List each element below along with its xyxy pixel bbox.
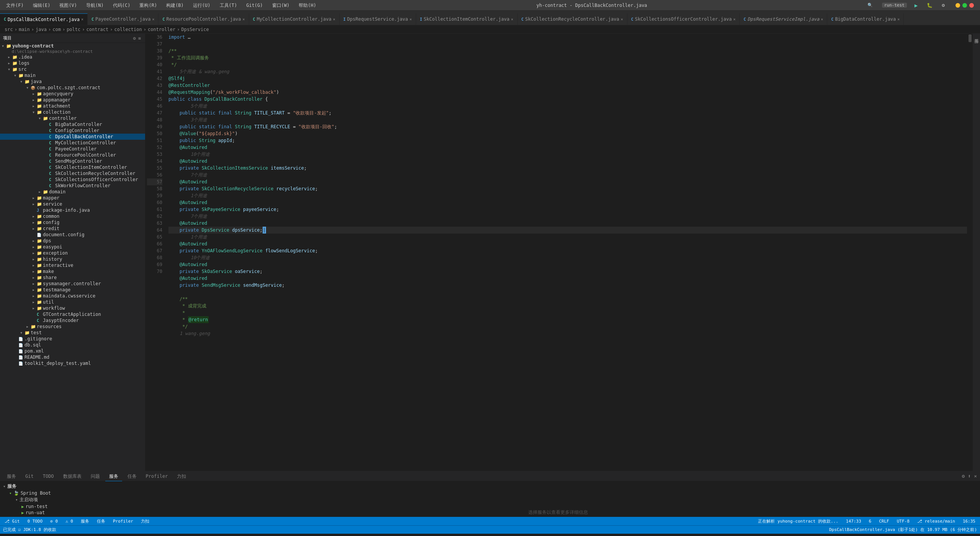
tab-skrecycle[interactable]: C SkCollectionRecycleController.java × [518, 13, 627, 25]
sidebar-item-common[interactable]: ▸ 📁 common [0, 213, 145, 219]
tab-leet[interactable]: 力扣 [173, 471, 190, 481]
sidebar-item-skworkflow-controller[interactable]: C SkWorkFlowController [0, 183, 145, 189]
status-errors[interactable]: ⊘ 0 [49, 519, 59, 524]
tab-close-icon[interactable]: × [81, 17, 83, 21]
status-tasks[interactable]: 任务 [95, 518, 107, 524]
tab-close-icon[interactable]: × [733, 17, 735, 21]
services-section[interactable]: ▾ 服务 [3, 483, 977, 490]
sidebar-item-sendmsg-controller[interactable]: C SendMsgController [0, 158, 145, 164]
breadcrumb-poltc[interactable]: poltc [67, 27, 80, 32]
run-test-item[interactable]: ▶ run-test [3, 503, 977, 510]
sidebar-item-dps-controller[interactable]: C DpsCallBackController [0, 134, 145, 140]
sidebar-item-sysmanager[interactable]: ▸ 📁 sysmanager.controller [0, 281, 145, 287]
breadcrumb-main[interactable]: main [19, 27, 30, 32]
sidebar-item-history[interactable]: ▸ 📁 history [0, 256, 145, 262]
status-line-col[interactable]: 147:33 [844, 519, 863, 524]
sidebar-item-service[interactable]: ▸ 📁 service [0, 201, 145, 207]
menu-build[interactable]: 构建(B) [163, 1, 187, 10]
debug-button[interactable]: 🐛 [925, 3, 934, 8]
run-button[interactable]: ▶ [913, 2, 919, 8]
tab-close-icon[interactable]: × [243, 17, 245, 21]
status-profiler[interactable]: Profiler [111, 519, 135, 524]
sidebar-item-skrecycle-controller[interactable]: C SkCollectionRecycleController [0, 170, 145, 176]
sidebar-item-credit[interactable]: ▸ 📁 credit [0, 226, 145, 232]
main-run-section[interactable]: ▾ 主启动项 [3, 496, 977, 503]
tab-close-icon[interactable]: × [821, 17, 823, 21]
sidebar-item-test[interactable]: ▾ 📁 test [0, 330, 145, 336]
bottom-panel-close[interactable]: × [974, 473, 977, 479]
bottom-panel-settings[interactable]: ⚙ [962, 473, 965, 479]
menu-view[interactable]: 视图(V) [56, 1, 80, 10]
tab-service-active[interactable]: 服务 [105, 471, 122, 481]
tab-close-icon[interactable]: × [152, 17, 154, 21]
sidebar-item-jasypt[interactable]: C JasyptEncoder [0, 317, 145, 324]
sidebar-item-mycollection-controller[interactable]: C MyCollectionController [0, 140, 145, 146]
sidebar-item-config-controller[interactable]: C ConfigController [0, 127, 145, 134]
status-crlf[interactable]: CRLF [877, 519, 891, 524]
breadcrumb-collection[interactable]: collection [114, 27, 142, 32]
sidebar-item-dps[interactable]: ▸ 📁 dps [0, 238, 145, 244]
code-editor[interactable]: import … /** * 工作流回调服务 */ 5个用途 & wang.ge… [165, 34, 967, 471]
status-services2[interactable]: 服务 [79, 518, 91, 524]
menu-refactor[interactable]: 重构(R) [136, 1, 160, 10]
breadcrumb-controller[interactable]: controller [148, 27, 175, 32]
tab-close-icon[interactable]: × [333, 17, 335, 21]
minimize-button[interactable] [956, 3, 960, 8]
sidebar-item-project[interactable]: ▾ 📁 yuhong-contract [0, 43, 145, 49]
tab-dpsimpl[interactable]: C DpsRequestServiceImpl.java × [740, 13, 827, 25]
tab-dps-controller[interactable]: C DpsCallBackController.java × [0, 13, 88, 25]
status-git[interactable]: ⎇ Git [3, 519, 21, 524]
tab-resourcepool[interactable]: C ResourcePoolController.java × [158, 13, 249, 25]
run-config-selector[interactable]: run-test [882, 3, 907, 8]
sidebar-item-com-pkg[interactable]: ▾ 📦 com.poltc.szgt.contract [0, 85, 145, 91]
sidebar-item-util[interactable]: ▸ 📁 util [0, 299, 145, 305]
sidebar-item-mapper[interactable]: ▸ 📁 mapper [0, 195, 145, 201]
status-leet[interactable]: 力扣 [139, 518, 151, 524]
sidebar-item-skitem-controller[interactable]: C SkCollectionItemController [0, 164, 145, 170]
sidebar-item-resources[interactable]: ▸ 📁 resources [0, 324, 145, 330]
tab-close-icon[interactable]: × [897, 17, 900, 21]
breadcrumb-java[interactable]: java [36, 27, 47, 32]
tab-git[interactable]: Git [21, 471, 38, 481]
tab-close-icon[interactable]: × [621, 17, 623, 21]
status-todo[interactable]: 0 TODO [26, 519, 44, 524]
status-indent[interactable]: 6 [867, 519, 873, 524]
tab-todo[interactable]: TODO [39, 471, 58, 481]
sidebar-item-exception[interactable]: ▸ 📁 exception [0, 250, 145, 256]
breadcrumb-src[interactable]: src [5, 27, 13, 32]
sidebar-item-payee-controller[interactable]: C PayeeController [0, 146, 145, 152]
run-uat-item[interactable]: ▶ run-uat [3, 510, 977, 516]
sidebar-item-gitignore[interactable]: 📄 .gitignore [0, 336, 145, 342]
menu-git[interactable]: Git(G) [243, 1, 266, 10]
sidebar-item-appmanager[interactable]: ▸ 📁 appmanager [0, 97, 145, 103]
maximize-button[interactable] [962, 3, 967, 8]
sidebar-item-workflow[interactable]: ▸ 📁 workflow [0, 305, 145, 311]
status-warnings[interactable]: ⚠ 0 [64, 519, 75, 524]
sidebar-item-config[interactable]: ▸ 📁 config [0, 219, 145, 226]
tab-services-bottom[interactable]: 服务 [3, 471, 20, 481]
sidebar-item-collection[interactable]: ▾ 📁 collection [0, 109, 145, 115]
sidebar-item-readme[interactable]: 📄 README.md [0, 354, 145, 360]
tab-database[interactable]: 数据库表 [59, 471, 85, 481]
sidebar-item-share[interactable]: ▸ 📁 share [0, 275, 145, 281]
sidebar-item-src[interactable]: ▾ 📁 src [0, 66, 145, 72]
sidebar-item-java[interactable]: ▾ 📁 java [0, 78, 145, 85]
editor-content[interactable]: 36 37 38 39 40 41 42 43 44 45 46 47 48 4… [145, 34, 972, 471]
menu-edit[interactable]: 编辑(E) [30, 1, 54, 10]
sidebar-item-domain[interactable]: ▸ 📁 domain [0, 189, 145, 195]
breadcrumb-contract[interactable]: contract [86, 27, 108, 32]
sidebar-item-controller-folder[interactable]: ▾ 📁 controller [0, 115, 145, 121]
menu-nav[interactable]: 导航(N) [83, 1, 107, 10]
sidebar-item-attachment[interactable]: ▸ 📁 attachment [0, 103, 145, 109]
sidebar-item-bigdata-controller[interactable]: C BigDataController [0, 121, 145, 127]
menu-tools[interactable]: 工具(T) [217, 1, 240, 10]
sidebar-item-interactive[interactable]: ▸ 📁 interactive [0, 262, 145, 268]
sidebar-collapse-icon[interactable]: ≡ [137, 36, 142, 41]
tab-mycollection[interactable]: C MyCollectionController.java × [249, 13, 340, 25]
sidebar-item-skofficer-controller[interactable]: C SkCollectionsOfficerController [0, 176, 145, 183]
tab-close-icon[interactable]: × [410, 17, 412, 21]
sidebar-toolbar-icon[interactable]: ⚙ [132, 36, 137, 41]
sidebar-item-logs[interactable]: ▸ 📁 logs [0, 60, 145, 66]
status-git-branch[interactable]: ⎇ release/main [916, 519, 957, 524]
sidebar-item-dbsql[interactable]: 📄 db.sql [0, 342, 145, 348]
